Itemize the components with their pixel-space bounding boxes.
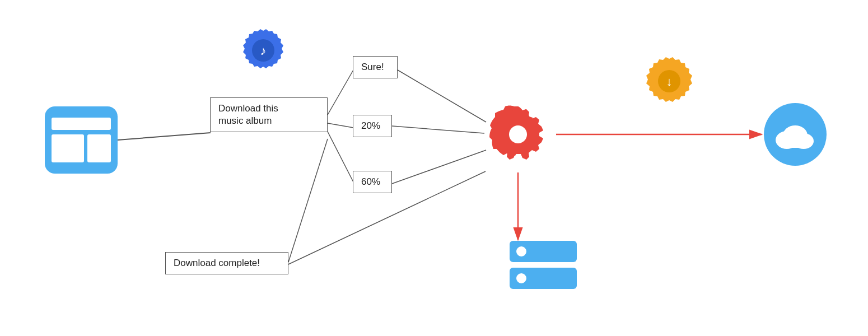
svg-line-7 (328, 70, 353, 115)
svg-line-8 (328, 123, 353, 128)
sure-label: Sure! (353, 56, 398, 78)
diagram-arrows (0, 0, 868, 336)
svg-line-10 (288, 139, 328, 262)
download-music-label: Download thismusic album (210, 97, 328, 132)
sixty-percent-label: 60% (353, 171, 392, 193)
twenty-percent-label: 20% (353, 115, 392, 137)
svg-line-3 (398, 70, 486, 122)
svg-rect-22 (784, 140, 806, 148)
svg-line-9 (328, 132, 353, 182)
database-item-2 (510, 268, 577, 289)
browser-app-icon (45, 106, 118, 174)
svg-text:↓: ↓ (666, 74, 673, 88)
svg-line-5 (392, 150, 486, 184)
gear-processing-icon (482, 98, 554, 171)
database-item-1 (510, 241, 577, 262)
database-container (510, 241, 577, 289)
cloud-storage-icon (762, 101, 829, 168)
download-complete-label: Download complete! (165, 252, 288, 274)
diagram-container: ♪ Download thismusic album Sure! 20% 60%… (0, 0, 868, 336)
db-dot-2 (516, 273, 526, 283)
music-badge-icon: ♪ (241, 28, 286, 73)
download-badge-icon: ↓ (644, 56, 694, 106)
svg-text:♪: ♪ (260, 44, 267, 58)
svg-line-4 (392, 126, 484, 133)
db-dot-1 (516, 246, 526, 256)
svg-line-2 (118, 133, 211, 140)
svg-point-15 (509, 125, 527, 143)
